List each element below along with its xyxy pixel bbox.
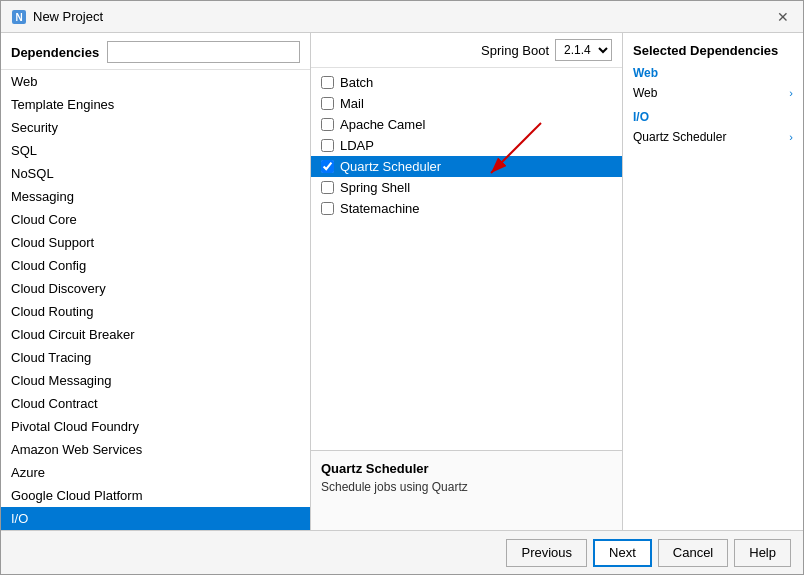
- dependency-label: Quartz Scheduler: [340, 159, 441, 174]
- category-item[interactable]: Cloud Tracing: [1, 346, 310, 369]
- dependency-label: Mail: [340, 96, 364, 111]
- dependency-checkbox[interactable]: [321, 97, 334, 110]
- next-button[interactable]: Next: [593, 539, 652, 567]
- selected-deps-groups: WebWeb›I/OQuartz Scheduler›: [633, 66, 793, 154]
- spring-boot-label: Spring Boot: [481, 43, 549, 58]
- desc-text: Schedule jobs using Quartz: [321, 480, 612, 494]
- dependency-item[interactable]: Batch: [311, 72, 622, 93]
- title-bar: N New Project ✕: [1, 1, 803, 33]
- dependency-item[interactable]: LDAP: [311, 135, 622, 156]
- dependency-checkbox[interactable]: [321, 160, 334, 173]
- dependency-checkbox[interactable]: [321, 118, 334, 131]
- selected-dep-item: Quartz Scheduler›: [633, 128, 793, 146]
- category-item[interactable]: Security: [1, 116, 310, 139]
- category-item[interactable]: Cloud Circuit Breaker: [1, 323, 310, 346]
- help-button[interactable]: Help: [734, 539, 791, 567]
- search-input[interactable]: [107, 41, 300, 63]
- cancel-button[interactable]: Cancel: [658, 539, 728, 567]
- selected-dep-arrow[interactable]: ›: [789, 87, 793, 99]
- deps-label: Dependencies: [11, 45, 99, 60]
- dialog-title: New Project: [33, 9, 103, 24]
- selected-dep-label: Web: [633, 86, 657, 100]
- dependency-label: LDAP: [340, 138, 374, 153]
- left-panel: Dependencies WebTemplate EnginesSecurity…: [1, 33, 311, 530]
- dependency-label: Apache Camel: [340, 117, 425, 132]
- new-project-dialog: N New Project ✕ Dependencies WebTemplate…: [0, 0, 804, 575]
- dependency-label: Statemachine: [340, 201, 420, 216]
- category-item[interactable]: I/O: [1, 507, 310, 530]
- items-list: BatchMailApache CamelLDAPQuartz Schedule…: [311, 68, 622, 450]
- category-item[interactable]: Messaging: [1, 185, 310, 208]
- previous-button[interactable]: Previous: [506, 539, 587, 567]
- category-item[interactable]: Template Engines: [1, 93, 310, 116]
- dependency-label: Batch: [340, 75, 373, 90]
- description-box: Quartz Scheduler Schedule jobs using Qua…: [311, 450, 622, 530]
- dependency-checkbox[interactable]: [321, 202, 334, 215]
- category-item[interactable]: Google Cloud Platform: [1, 484, 310, 507]
- spring-boot-bar: Spring Boot 2.1.4 2.1.3 2.0.9: [311, 33, 622, 68]
- category-item[interactable]: Cloud Discovery: [1, 277, 310, 300]
- selected-dep-group: WebWeb›: [633, 66, 793, 102]
- svg-text:N: N: [15, 12, 22, 23]
- selected-group-title: Web: [633, 66, 793, 80]
- category-item[interactable]: Cloud Config: [1, 254, 310, 277]
- category-item[interactable]: Amazon Web Services: [1, 438, 310, 461]
- right-panel: Selected Dependencies WebWeb›I/OQuartz S…: [623, 33, 803, 530]
- middle-panel: Spring Boot 2.1.4 2.1.3 2.0.9 BatchMailA…: [311, 33, 623, 530]
- category-item[interactable]: Cloud Support: [1, 231, 310, 254]
- title-bar-left: N New Project: [11, 9, 103, 25]
- category-item[interactable]: NoSQL: [1, 162, 310, 185]
- desc-title: Quartz Scheduler: [321, 461, 612, 476]
- project-icon: N: [11, 9, 27, 25]
- category-item[interactable]: Pivotal Cloud Foundry: [1, 415, 310, 438]
- category-item[interactable]: Web: [1, 70, 310, 93]
- category-item[interactable]: Cloud Contract: [1, 392, 310, 415]
- dependency-item[interactable]: Mail: [311, 93, 622, 114]
- dependency-item[interactable]: Statemachine: [311, 198, 622, 219]
- close-button[interactable]: ✕: [773, 7, 793, 27]
- dependency-checkbox[interactable]: [321, 181, 334, 194]
- deps-header: Dependencies: [1, 33, 310, 70]
- category-item[interactable]: Cloud Routing: [1, 300, 310, 323]
- dependency-checkbox[interactable]: [321, 76, 334, 89]
- spring-boot-version-select[interactable]: 2.1.4 2.1.3 2.0.9: [555, 39, 612, 61]
- selected-dep-item: Web›: [633, 84, 793, 102]
- dependency-item[interactable]: Apache Camel: [311, 114, 622, 135]
- footer: Previous Next Cancel Help: [1, 530, 803, 574]
- selected-deps-title: Selected Dependencies: [633, 43, 793, 58]
- dependency-checkbox[interactable]: [321, 139, 334, 152]
- category-item[interactable]: SQL: [1, 139, 310, 162]
- category-item[interactable]: Azure: [1, 461, 310, 484]
- category-item[interactable]: Cloud Messaging: [1, 369, 310, 392]
- selected-dep-group: I/OQuartz Scheduler›: [633, 110, 793, 146]
- dependency-item[interactable]: Spring Shell: [311, 177, 622, 198]
- content-area: Dependencies WebTemplate EnginesSecurity…: [1, 33, 803, 530]
- selected-group-title: I/O: [633, 110, 793, 124]
- categories-list: WebTemplate EnginesSecuritySQLNoSQLMessa…: [1, 70, 310, 530]
- selected-dep-arrow[interactable]: ›: [789, 131, 793, 143]
- category-item[interactable]: Cloud Core: [1, 208, 310, 231]
- dependency-item[interactable]: Quartz Scheduler: [311, 156, 622, 177]
- selected-dep-label: Quartz Scheduler: [633, 130, 726, 144]
- dependency-label: Spring Shell: [340, 180, 410, 195]
